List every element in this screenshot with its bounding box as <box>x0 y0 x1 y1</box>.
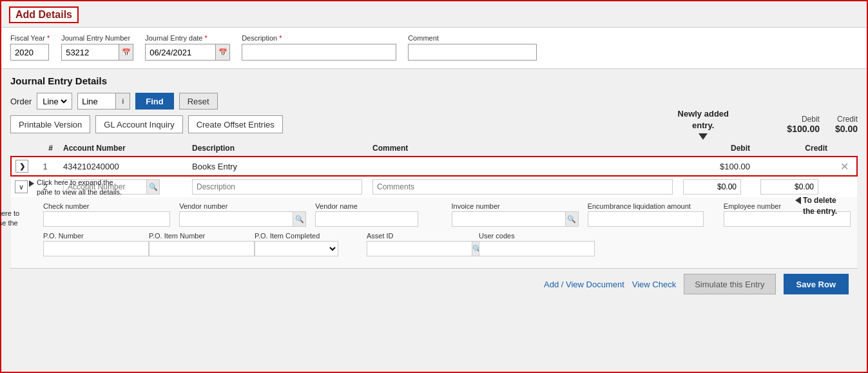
row1-delete-cell: ✕ <box>833 157 857 176</box>
table-row: ❯ 1 434210240000 Books Entry <box>11 157 857 176</box>
th-credit: Credit <box>755 140 833 157</box>
order-select-wrapper[interactable]: Line <box>37 93 72 110</box>
th-number: # <box>32 140 58 157</box>
invoice-number-input[interactable] <box>452 211 566 227</box>
description-label: Description * <box>242 34 396 42</box>
fiscal-year-input[interactable] <box>10 44 49 61</box>
asset-id-input[interactable] <box>367 241 472 256</box>
invoice-number-label: Invoice number <box>452 202 579 210</box>
debit-summary: Debit $100.00 <box>787 115 820 134</box>
printable-version-button[interactable]: Printable Version <box>10 115 90 133</box>
entry-table: # Account Number Description Comment Deb… <box>10 140 858 268</box>
user-codes-label: User codes <box>479 232 608 240</box>
row2-collapse-button[interactable]: ∨ <box>15 180 28 193</box>
encumbrance-input[interactable] <box>588 211 704 227</box>
newly-added-annotation: Newly addedentry. <box>678 108 729 140</box>
check-number-label: Check number <box>43 202 170 210</box>
row1-description-cell: Books Entry <box>187 157 367 176</box>
reset-button[interactable]: Reset <box>179 93 218 110</box>
newly-added-arrow <box>699 133 708 140</box>
journal-entry-date-wrapper: 📅 <box>145 44 230 61</box>
po-item-completed-label: P.O. Item Completed <box>255 232 358 240</box>
to-delete-arrow <box>795 196 801 204</box>
journal-entry-number-input[interactable] <box>61 44 119 61</box>
date-calendar-icon[interactable]: 📅 <box>216 44 230 61</box>
line-info-icon[interactable]: i <box>116 93 130 110</box>
create-offset-entries-button[interactable]: Create Offset Entries <box>188 115 283 133</box>
row2-description-input[interactable] <box>192 179 362 195</box>
row1-comment-cell <box>367 157 678 176</box>
journal-entry-number-wrapper: 📅 <box>61 44 133 61</box>
details-section: Journal Entry Details Order Line i Find … <box>1 69 867 306</box>
comment-label: Comment <box>408 34 537 42</box>
comment-group: Comment <box>408 34 537 61</box>
row2-debit-cell <box>678 176 755 197</box>
row2-debit-input[interactable] <box>683 179 741 195</box>
row2-collapse-cell: ∨ Click here to expand thepane to view a… <box>11 176 32 197</box>
action-buttons-row: Printable Version GL Account Inquiry Cre… <box>10 115 858 134</box>
toolbar-row: Order Line i Find Reset <box>10 93 858 110</box>
row2-comment-input[interactable] <box>372 179 673 195</box>
footer-row: Add / View Document View Check Simulate … <box>10 268 858 300</box>
encumbrance-label: Encumbrance liquidation amount <box>588 202 715 210</box>
header-bar: Add Details <box>1 1 867 28</box>
table-body: ❯ 1 434210240000 Books Entry <box>11 157 857 268</box>
invoice-search-icon[interactable]: 🔍 <box>566 211 579 227</box>
vendor-name-field: Vendor name <box>315 202 442 227</box>
save-row-button[interactable]: Save Row <box>784 274 849 294</box>
table-row: ∨ Click here to expand thepane to view a… <box>11 176 857 197</box>
detail-fields-grid2: P.O. Number 🔍 P.O. Item Number <box>43 232 851 256</box>
check-number-input[interactable] <box>43 211 170 227</box>
fiscal-year-group: Fiscal Year * <box>10 34 50 61</box>
form-section: Fiscal Year * Journal Entry Number 📅 Jou… <box>1 28 867 69</box>
gl-account-inquiry-button[interactable]: GL Account Inquiry <box>95 115 182 133</box>
po-item-number-input[interactable] <box>149 241 255 256</box>
view-check-link[interactable]: View Check <box>632 280 676 289</box>
vendor-number-label: Vendor number <box>179 202 306 210</box>
journal-entry-number-label: Journal Entry Number <box>61 34 133 42</box>
vendor-number-input[interactable] <box>179 211 293 227</box>
table-container: Newly addedentry. To deletethe entry. # <box>10 140 858 268</box>
add-view-document-link[interactable]: Add / View Document <box>544 280 624 289</box>
po-item-number-field: P.O. Item Number 🔍 <box>149 232 246 256</box>
description-group: Description * <box>242 34 396 61</box>
description-input[interactable] <box>242 44 396 61</box>
asset-id-label: Asset ID <box>367 232 470 240</box>
expand-arrow <box>29 180 34 187</box>
detail-expanded-row: Check number Vendor number 🔍 <box>11 197 857 268</box>
vendor-number-search-icon[interactable]: 🔍 <box>293 211 306 227</box>
vendor-name-input[interactable] <box>315 211 418 227</box>
credit-summary: Credit $0.00 <box>835 115 858 134</box>
row1-debit-cell: $100.00 <box>678 157 755 176</box>
journal-entry-date-input[interactable] <box>145 44 216 61</box>
collapse-annotation: Click here tocollapse thepane. <box>0 209 37 238</box>
simulate-entry-button[interactable]: Simulate this Entry <box>684 274 775 294</box>
row1-delete-button[interactable]: ✕ <box>838 160 851 173</box>
po-item-number-label: P.O. Item Number <box>149 232 246 240</box>
row1-expand-cell: ❯ <box>11 157 32 176</box>
th-description: Description <box>187 140 367 157</box>
th-account-number: Account Number <box>58 140 187 157</box>
order-select[interactable]: Line <box>40 93 69 109</box>
row2-delete-cell <box>833 176 857 197</box>
order-label: Order <box>10 97 32 106</box>
find-button[interactable]: Find <box>135 93 173 110</box>
user-codes-input[interactable] <box>479 241 595 256</box>
asset-id-field: Asset ID 🔍 <box>367 232 470 256</box>
po-item-completed-select[interactable] <box>255 241 338 256</box>
journal-entry-calendar-icon[interactable]: 📅 <box>119 44 133 61</box>
credit-label: Credit <box>837 115 858 124</box>
fiscal-year-label: Fiscal Year * <box>10 34 50 42</box>
comment-input[interactable] <box>408 44 537 61</box>
table-header: # Account Number Description Comment Deb… <box>11 140 857 157</box>
form-row: Fiscal Year * Journal Entry Number 📅 Jou… <box>10 34 858 61</box>
journal-entry-number-group: Journal Entry Number 📅 <box>61 34 133 61</box>
row1-credit-cell <box>755 157 833 176</box>
line-input[interactable] <box>77 93 116 110</box>
row2-credit-input[interactable] <box>760 179 818 195</box>
line-input-wrapper: i <box>77 93 130 110</box>
row1-expand-button[interactable]: ❯ <box>15 160 28 173</box>
po-number-input[interactable] <box>43 241 149 256</box>
detail-expanded-cell: Check number Vendor number 🔍 <box>11 197 857 268</box>
section-title: Journal Entry Details <box>10 75 858 86</box>
